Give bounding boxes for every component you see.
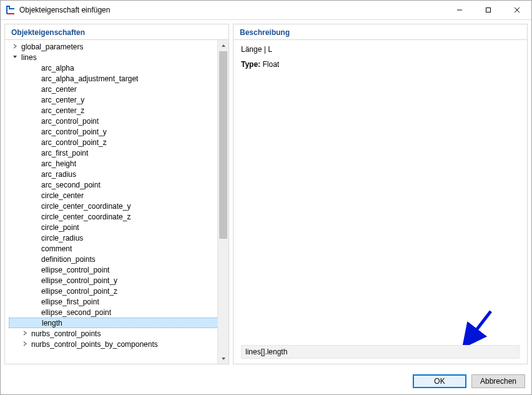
tree-item[interactable]: arc_center <box>9 84 229 94</box>
tree-item[interactable]: circle_radius <box>9 232 229 243</box>
tree-item[interactable]: ellipse_control_point_z <box>9 286 229 296</box>
tree-item[interactable]: ellipse_second_point <box>9 307 229 318</box>
description-text: Länge | L <box>241 45 520 54</box>
tree-item-label: global_parameters <box>19 42 86 51</box>
description-type: Type: Float <box>241 60 520 69</box>
tree-item[interactable]: arc_control_point_y <box>9 126 229 137</box>
scroll-up-button[interactable] <box>218 40 229 51</box>
titlebar: Objekteigenschaft einfügen <box>1 1 531 20</box>
scroll-thumb[interactable] <box>219 51 227 239</box>
tree-item[interactable]: arc_center_y <box>9 94 229 105</box>
dialog-window: Objekteigenschaft einfügen Objekteigensc… <box>0 0 532 395</box>
tree-item-label: nurbs_control_points <box>29 329 103 338</box>
tree-item[interactable]: comment <box>9 243 229 254</box>
tree-item-label: arc_first_point <box>39 149 91 158</box>
expression-field[interactable]: lines[].length <box>241 345 520 359</box>
tree-item-label: arc_alpha_adjustment_target <box>39 74 140 83</box>
tree-item-label: arc_control_point_z <box>39 138 109 147</box>
tree-item-label: circle_center <box>39 191 86 200</box>
tree-item[interactable]: arc_radius <box>9 169 229 179</box>
tree-item-label: arc_center_z <box>39 106 87 115</box>
cancel-button[interactable]: Abbrechen <box>471 374 525 388</box>
tree-item-label: arc_center <box>39 85 79 94</box>
app-icon <box>6 5 16 15</box>
close-button[interactable] <box>503 1 531 19</box>
chevron-right-icon[interactable] <box>11 43 19 50</box>
tree-item-label: nurbs_control_points_by_components <box>29 340 160 349</box>
properties-panel: Objekteigenschaften global_parameterslin… <box>4 24 229 364</box>
tree-item-label: ellipse_control_point_z <box>39 287 120 296</box>
properties-panel-title: Objekteigenschaften <box>5 24 229 39</box>
tree-item[interactable]: arc_center_z <box>9 105 229 116</box>
tree-item[interactable]: arc_height <box>9 158 229 169</box>
tree-item[interactable]: ellipse_first_point <box>9 296 229 307</box>
tree-item[interactable]: arc_control_point <box>9 116 229 126</box>
tree-item-label: ellipse_first_point <box>39 298 102 306</box>
tree-item-label: arc_center_y <box>39 96 87 104</box>
tree-item[interactable]: nurbs_control_points <box>9 328 229 339</box>
tree-item-label: circle_center_coordinate_y <box>39 202 133 211</box>
tree-scrollbar[interactable] <box>217 40 229 364</box>
tree-item-label: circle_radius <box>39 234 86 242</box>
dialog-body: Objekteigenschaften global_parameterslin… <box>1 20 531 368</box>
svg-line-5 <box>470 311 491 339</box>
description-panel: Beschreibung Länge | L Type: Float lin <box>233 24 528 364</box>
window-title: Objekteigenschaft einfügen <box>19 6 445 14</box>
tree-item[interactable]: definition_points <box>9 254 229 264</box>
tree-item[interactable]: circle_point <box>9 222 229 232</box>
tree-item-label: lines <box>19 53 39 62</box>
tree-item-label: arc_radius <box>39 170 79 179</box>
tree-item-label: arc_control_point <box>39 117 101 126</box>
tree-item[interactable]: arc_first_point <box>9 148 229 158</box>
tree-item-label: circle_point <box>39 223 82 232</box>
tree-item-label: comment <box>39 244 74 253</box>
tree-container: global_parameterslinesarc_alphaarc_alpha… <box>5 40 229 364</box>
minimize-button[interactable] <box>445 1 474 19</box>
type-label: Type: <box>241 60 260 69</box>
maximize-button[interactable] <box>474 1 503 19</box>
tree-item[interactable]: arc_second_point <box>9 179 229 190</box>
tree-item-label: arc_second_point <box>39 181 103 189</box>
svg-rect-2 <box>486 8 491 12</box>
tree-item[interactable]: length <box>9 318 224 328</box>
tree-item[interactable]: circle_center <box>9 190 229 201</box>
tree-item[interactable]: arc_alpha <box>9 62 229 73</box>
tree-item[interactable]: ellipse_control_point <box>9 264 229 275</box>
tree-item-label: ellipse_control_point <box>39 266 112 274</box>
tree-item[interactable]: circle_center_coordinate_z <box>9 211 229 222</box>
chevron-down-icon[interactable] <box>11 54 19 61</box>
tree-item[interactable]: arc_alpha_adjustment_target <box>9 73 229 84</box>
annotation-arrow-icon <box>461 308 498 345</box>
tree-item-label: arc_height <box>39 159 79 168</box>
tree-item-label: circle_center_coordinate_z <box>39 212 133 221</box>
tree-item[interactable]: arc_control_point_z <box>9 137 229 148</box>
tree-item[interactable]: lines <box>9 52 229 62</box>
dialog-footer: OK Abbrechen <box>1 368 531 394</box>
chevron-right-icon[interactable] <box>21 330 29 337</box>
scroll-down-button[interactable] <box>218 353 229 364</box>
tree-item-label: arc_alpha <box>39 64 77 72</box>
tree-item-label: ellipse_control_point_y <box>39 276 120 285</box>
tree-item-label: definition_points <box>39 255 98 264</box>
tree-item[interactable]: ellipse_control_point_y <box>9 275 229 286</box>
ok-button[interactable]: OK <box>413 374 466 388</box>
tree-item-label: length <box>39 319 65 328</box>
properties-tree[interactable]: global_parameterslinesarc_alphaarc_alpha… <box>5 40 229 364</box>
window-controls <box>445 1 531 19</box>
chevron-right-icon[interactable] <box>21 341 29 348</box>
description-panel-title: Beschreibung <box>234 24 527 39</box>
tree-item-label: arc_control_point_y <box>39 128 109 136</box>
tree-item[interactable]: nurbs_control_points_by_components <box>9 339 229 349</box>
tree-item-label: ellipse_second_point <box>39 308 114 317</box>
type-value: Float <box>262 60 279 69</box>
tree-item[interactable]: global_parameters <box>9 41 229 52</box>
tree-item[interactable]: circle_center_coordinate_y <box>9 201 229 211</box>
description-body: Länge | L Type: Float lines[].length <box>234 40 527 364</box>
